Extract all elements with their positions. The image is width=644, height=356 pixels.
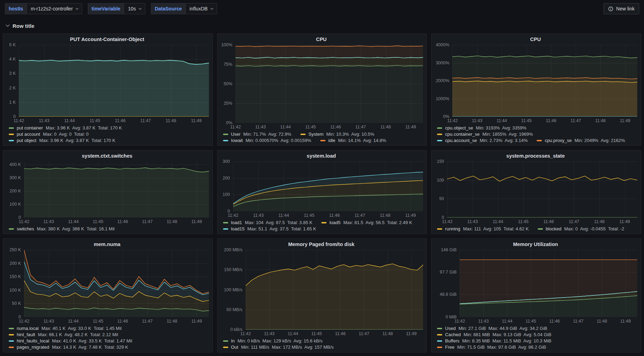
chart-canvas[interactable]	[24, 161, 209, 217]
plot-area[interactable]	[19, 45, 209, 117]
x-axis-label: 11:45	[305, 125, 316, 129]
legend-item[interactable]: UserMin: 71.7% Avg: 72.9%	[223, 132, 291, 137]
y-axis-label: 100 K	[9, 288, 21, 293]
legend-item[interactable]: numa.localMax: 40.1 K Avg: 33.0 K Total:…	[9, 326, 122, 331]
y-axis-label: 4 K	[9, 57, 16, 62]
chart-canvas[interactable]	[452, 45, 637, 117]
series-fill-cpu.proxy_se	[452, 78, 637, 117]
legend-item[interactable]: CachedMin: 881 MiB Max: 9.13 GiB Avg: 5.…	[437, 332, 551, 337]
legend-item[interactable]: load1Max: 104 Avg: 87.5 Total: 3.85 K	[223, 220, 313, 225]
panel: CPU 0%1000%2000%3000%4000% 11:4211:4311:…	[431, 33, 641, 146]
plot-area[interactable]	[24, 250, 209, 317]
chart-canvas[interactable]	[246, 250, 423, 330]
legend-swatch-icon	[9, 334, 14, 335]
legend-item[interactable]: load5Max: 81.5 Avg: 56.5 Total: 2.49 K	[321, 220, 412, 225]
y-axis-label: 2000%	[436, 78, 449, 83]
x-axis-label: 11:46	[329, 213, 339, 218]
legend-item[interactable]: load15Max: 51.1 Avg: 37.5 Total: 1.65 K	[223, 226, 316, 231]
chart-area: 050 K100 K150 K200 K250 K	[5, 250, 209, 317]
y-axis-label: 100	[437, 178, 444, 183]
legend-series-name: cpu.proxy_se	[545, 138, 572, 143]
series-fill-User	[236, 65, 423, 123]
panel-title[interactable]: CPU	[220, 34, 423, 45]
panel-title[interactable]: system.load	[220, 150, 423, 161]
plot-area[interactable]	[460, 250, 637, 317]
legend-item[interactable]: UsedMin: 27.1 GiB Max: 44.9 GiB Avg: 34.…	[437, 326, 547, 331]
legend-item[interactable]: hint_faultMax: 66.1 K Avg: 48.2 K Total:…	[9, 332, 118, 337]
legend-item[interactable]: BuffersMin: 8.35 MiB Max: 11.5 MiB Avg: …	[437, 338, 551, 343]
legend-swatch-icon	[437, 228, 442, 230]
new-link-button[interactable]: New link	[604, 3, 639, 14]
legend-item[interactable]: put accountMax: 0 Avg: 0 Total: 0	[9, 132, 89, 137]
panel-title[interactable]: mem.numa	[5, 239, 209, 250]
chevron-down-icon	[210, 7, 213, 9]
legend-item[interactable]: hint_faults_localMax: 41.0 K Avg: 33.5 K…	[9, 338, 132, 343]
panel-title-text: system.ctxt.switches	[82, 153, 132, 159]
panel-title[interactable]: PUT Account-Container-Object	[5, 34, 209, 45]
info-icon	[608, 6, 613, 11]
y-axis-label: 100%	[221, 42, 232, 47]
row-title: Row title	[13, 23, 34, 29]
chart-canvas[interactable]	[447, 161, 637, 217]
series-fill-put object	[19, 60, 209, 117]
row-header[interactable]: Row title	[0, 17, 644, 33]
legend-row: hint_faults_localMax: 41.0 K Avg: 33.5 K…	[9, 338, 209, 343]
plot-area[interactable]	[246, 250, 423, 330]
legend-item[interactable]: SystemMin: 10.3% Avg: 10.5%	[300, 132, 374, 137]
panel-title[interactable]: system.ctxt.switches	[5, 150, 209, 161]
legend-item[interactable]: switchesMax: 380 K Avg: 366 K Total: 16.…	[9, 226, 115, 231]
plot-area[interactable]	[452, 45, 637, 117]
panel: CPU 0%25%50%75%100% 11:4211:4311:4411:45…	[217, 33, 427, 146]
panel-title[interactable]: Memory Paged from/to disk	[220, 239, 423, 250]
legend-item[interactable]: pages_migratedMax: 14.3 K Avg: 7.48 K To…	[9, 345, 128, 350]
x-axis-label: 11:48	[167, 219, 177, 224]
legend-item[interactable]: put objectMax: 3.96 K Avg: 3.87 K Total:…	[9, 138, 115, 143]
plot-area[interactable]	[236, 45, 423, 123]
variable-value-dropdown[interactable]: 10s	[124, 3, 145, 14]
legend-item[interactable]: InMin: 0 kB/s Max: 129 kB/s Avg: 15.6 kB…	[223, 338, 323, 343]
chart-canvas[interactable]	[236, 45, 423, 123]
y-axis-label: 400 K	[9, 162, 21, 167]
panel-title[interactable]: system.processes_state	[434, 150, 637, 161]
x-axis-label: 11:42	[240, 331, 251, 336]
legend-item[interactable]: cpu.account_seMin: 2.73% Avg: 3.14%	[437, 138, 528, 143]
x-axis-label: 11:44	[497, 118, 507, 123]
legend-series-stats: Min: 10.3% Avg: 10.5%	[326, 132, 374, 137]
variable-value-dropdown[interactable]: influxDB	[185, 3, 217, 14]
legend-row: BuffersMin: 8.35 MiB Max: 11.5 MiB Avg: …	[437, 338, 637, 343]
legend-item[interactable]: IowaitMin: 0.000570% Avg: 0.00159%	[223, 138, 311, 143]
legend: numa.localMax: 40.1 K Avg: 33.0 K Total:…	[5, 325, 209, 351]
x-axis: 11:4211:4311:4411:4511:4611:4711:4811:49	[447, 217, 637, 225]
panel: Memory Utilization 0 MiB48.8 GiB97.7 GiB…	[431, 238, 641, 353]
panel-title-text: Memory Utilization	[513, 242, 558, 247]
x-axis-label: 11:44	[502, 319, 512, 324]
chart-canvas[interactable]	[233, 161, 423, 211]
plot-area[interactable]	[447, 161, 637, 217]
chart-canvas[interactable]	[24, 250, 209, 317]
x-axis-label: 11:45	[521, 118, 531, 123]
panel-title[interactable]: Memory Utilization	[434, 239, 637, 250]
legend-item[interactable]: OutMin: 111 MB/s Max: 172 MB/s Avg: 157 …	[223, 345, 334, 350]
panel-title[interactable]: CPU	[434, 34, 637, 45]
legend-item[interactable]: idleMin: 14.1% Avg: 14.8%	[320, 138, 386, 143]
plot-area[interactable]	[233, 161, 423, 211]
legend-item[interactable]: put containerMax: 3.96 K Avg: 3.87 K Tot…	[9, 125, 122, 130]
legend-series-name: Free	[445, 345, 454, 350]
legend-row: put objectMax: 3.96 K Avg: 3.87 K Total:…	[9, 138, 209, 143]
plot-area[interactable]	[24, 161, 209, 217]
legend-series-name: Iowait	[231, 138, 243, 143]
legend-item[interactable]: blockedMax: 0 Avg: -0.0455 Total: -2	[538, 226, 624, 231]
legend-item[interactable]: FreeMin: 71.5 GiB Max: 97.6 GiB Avg: 86.…	[437, 345, 546, 350]
legend-item[interactable]: cpu.container_seMin: 1855% Avg: 1969%	[437, 132, 533, 137]
chart-canvas[interactable]	[460, 250, 637, 317]
variable-value-dropdown[interactable]: m-r1z2s2-controller	[26, 3, 82, 14]
x-axis-label: 11:49	[406, 331, 416, 336]
chart-canvas[interactable]	[19, 45, 209, 117]
x-axis-label: 11:44	[64, 118, 75, 123]
legend-item[interactable]: cpu.object_seMin: 3193% Avg: 3359%	[437, 125, 526, 130]
y-axis: 01 K2 K3 K4 K5 K	[5, 45, 19, 117]
legend-item[interactable]: cpu.proxy_seMin: 2049% Avg: 2162%	[537, 138, 625, 143]
variable-timeVariable: timeVariable 10s	[88, 3, 145, 14]
panel: system.load 0100200300 11:4211:4311:4411…	[217, 150, 427, 234]
legend-item[interactable]: runningMax: 111 Avg: 105 Total: 4.62 K	[437, 226, 529, 231]
